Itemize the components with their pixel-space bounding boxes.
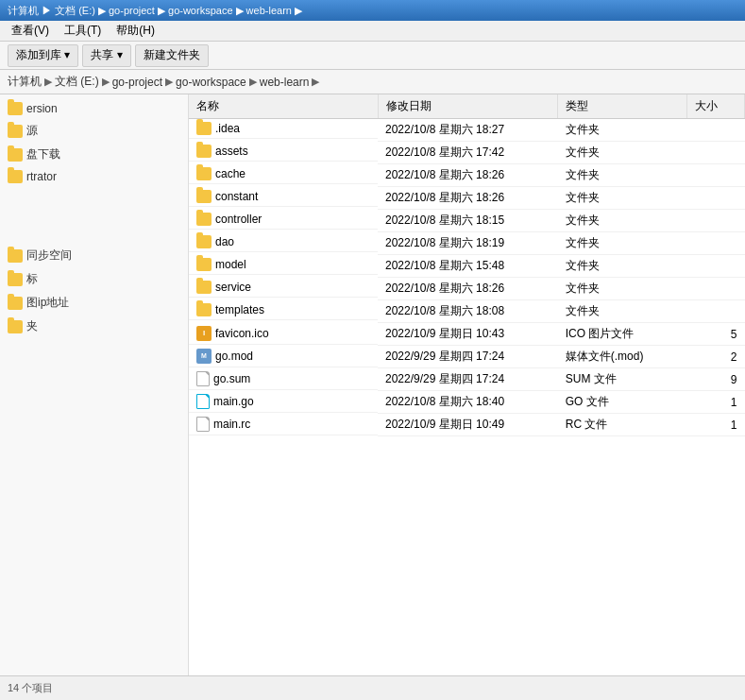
sidebar-item-source[interactable]: 源 bbox=[0, 119, 188, 143]
sidebar-item-folder[interactable]: 夹 bbox=[0, 315, 188, 338]
table-row[interactable]: model2022/10/8 星期六 15:48文件夹 bbox=[189, 255, 745, 278]
folder-icon bbox=[8, 249, 23, 263]
file-type: 文件夹 bbox=[558, 278, 687, 300]
folder-icon bbox=[196, 145, 212, 158]
title-bar: 计算机 ▶ 文档 (E:) ▶ go-project ▶ go-workspac… bbox=[0, 0, 745, 21]
column-header-modified[interactable]: 修改日期 bbox=[378, 94, 558, 119]
table-row[interactable]: go.sum2022/9/29 星期四 17:24SUM 文件9 bbox=[189, 368, 745, 391]
file-type: 文件夹 bbox=[558, 210, 687, 232]
address-bar: 计算机 ▶ 文档 (E:) ▶ go-project ▶ go-workspac… bbox=[0, 70, 745, 94]
folder-icon bbox=[8, 125, 23, 138]
breadcrumb-sep-1: ▶ bbox=[44, 76, 52, 88]
file-type: GO 文件 bbox=[558, 391, 687, 414]
new-folder-button[interactable]: 新建文件夹 bbox=[135, 44, 209, 67]
file-size bbox=[687, 255, 745, 278]
file-type: ICO 图片文件 bbox=[558, 323, 687, 346]
breadcrumb-sep-5: ▶ bbox=[312, 76, 319, 88]
file-modified: 2022/10/9 星期日 10:43 bbox=[378, 323, 558, 346]
sidebar-label-version: ersion bbox=[26, 102, 58, 115]
file-modified: 2022/10/8 星期六 17:42 bbox=[378, 142, 558, 164]
file-type: 文件夹 bbox=[558, 187, 687, 210]
menu-item-view[interactable]: 查看(V) bbox=[4, 21, 57, 41]
sidebar-label-rtrator: rtrator bbox=[26, 170, 57, 183]
breadcrumb-project[interactable]: go-project bbox=[112, 76, 162, 89]
sidebar-item-mark[interactable]: 标 bbox=[0, 267, 188, 291]
file-name: assets bbox=[215, 145, 248, 158]
file-name: controller bbox=[215, 213, 262, 226]
sidebar-item-download[interactable]: 盘下载 bbox=[0, 143, 188, 166]
file-size: 2 bbox=[687, 346, 745, 368]
file-size bbox=[687, 164, 745, 187]
file-name: main.go bbox=[213, 395, 254, 408]
file-size: 1 bbox=[687, 414, 745, 436]
folder-icon bbox=[196, 190, 212, 203]
breadcrumb: 计算机 ▶ 文档 (E:) ▶ go-project ▶ go-workspac… bbox=[8, 74, 737, 90]
file-icon bbox=[196, 417, 210, 432]
column-header-size[interactable]: 大小 bbox=[687, 94, 745, 119]
file-modified: 2022/10/8 星期六 18:26 bbox=[378, 187, 558, 210]
menu-item-tools[interactable]: 工具(T) bbox=[57, 21, 109, 41]
table-row[interactable]: main.rc2022/10/9 星期日 10:49RC 文件1 bbox=[189, 414, 745, 436]
menu-bar: 查看(V) 工具(T) 帮助(H) bbox=[0, 21, 745, 42]
sidebar-label-download: 盘下载 bbox=[26, 146, 60, 162]
file-modified: 2022/10/8 星期六 18:15 bbox=[378, 210, 558, 232]
file-name: main.rc bbox=[213, 418, 250, 431]
sidebar-item-version[interactable]: ersion bbox=[0, 98, 188, 119]
table-row[interactable]: Mgo.mod2022/9/29 星期四 17:24媒体文件(.mod)2 bbox=[189, 346, 745, 368]
file-size bbox=[687, 232, 745, 255]
file-type: SUM 文件 bbox=[558, 368, 687, 391]
file-type: 媒体文件(.mod) bbox=[558, 346, 687, 368]
file-modified: 2022/10/8 星期六 15:48 bbox=[378, 255, 558, 278]
sidebar-label-sync: 同步空间 bbox=[26, 248, 72, 264]
status-text: 14 个项目 bbox=[8, 681, 53, 695]
file-name: model bbox=[215, 258, 246, 271]
table-row[interactable]: constant2022/10/8 星期六 18:26文件夹 bbox=[189, 187, 745, 210]
share-button[interactable]: 共享 ▾ bbox=[82, 44, 130, 67]
file-type: 文件夹 bbox=[558, 300, 687, 323]
table-row[interactable]: controller2022/10/8 星期六 18:15文件夹 bbox=[189, 210, 745, 232]
folder-icon bbox=[196, 235, 212, 248]
file-name: favicon.ico bbox=[215, 327, 269, 340]
table-row[interactable]: assets2022/10/8 星期六 17:42文件夹 bbox=[189, 142, 745, 164]
file-type: RC 文件 bbox=[558, 414, 687, 436]
table-row[interactable]: service2022/10/8 星期六 18:26文件夹 bbox=[189, 278, 745, 300]
sidebar-item-ip[interactable]: 图ip地址 bbox=[0, 291, 188, 315]
file-name: cache bbox=[215, 167, 246, 180]
column-header-type[interactable]: 类型 bbox=[558, 94, 687, 119]
file-size: 9 bbox=[687, 368, 745, 391]
sidebar: ersion 源 盘下载 rtrator 同步空间 标 bbox=[0, 94, 189, 675]
folder-icon bbox=[8, 273, 23, 286]
folder-icon bbox=[8, 148, 23, 162]
table-row[interactable]: Ifavicon.ico2022/10/9 星期日 10:43ICO 图片文件5 bbox=[189, 323, 745, 346]
breadcrumb-weblearn[interactable]: web-learn bbox=[260, 76, 310, 89]
go-file-icon bbox=[196, 394, 210, 409]
file-size bbox=[687, 278, 745, 300]
file-modified: 2022/10/8 星期六 18:08 bbox=[378, 300, 558, 323]
breadcrumb-sep-3: ▶ bbox=[165, 76, 173, 88]
table-row[interactable]: dao2022/10/8 星期六 18:19文件夹 bbox=[189, 232, 745, 255]
table-row[interactable]: main.go2022/10/8 星期六 18:40GO 文件1 bbox=[189, 391, 745, 414]
table-row[interactable]: .idea2022/10/8 星期六 18:27文件夹 bbox=[189, 119, 745, 142]
table-row[interactable]: cache2022/10/8 星期六 18:26文件夹 bbox=[189, 164, 745, 187]
file-type: 文件夹 bbox=[558, 232, 687, 255]
column-header-name[interactable]: 名称 bbox=[189, 94, 378, 119]
sidebar-label-mark: 标 bbox=[26, 271, 38, 287]
status-bar: 14 个项目 bbox=[0, 675, 745, 700]
add-to-library-button[interactable]: 添加到库 ▾ bbox=[8, 44, 78, 67]
table-row[interactable]: templates2022/10/8 星期六 18:08文件夹 bbox=[189, 300, 745, 323]
folder-icon bbox=[196, 213, 212, 226]
breadcrumb-workspace[interactable]: go-workspace bbox=[176, 76, 246, 89]
breadcrumb-drive[interactable]: 文档 (E:) bbox=[55, 74, 99, 90]
file-modified: 2022/10/8 星期六 18:26 bbox=[378, 164, 558, 187]
sidebar-item-rtrator[interactable]: rtrator bbox=[0, 166, 188, 187]
breadcrumb-computer[interactable]: 计算机 bbox=[8, 74, 42, 90]
file-name: go.mod bbox=[215, 350, 253, 363]
file-modified: 2022/10/8 星期六 18:26 bbox=[378, 278, 558, 300]
file-modified: 2022/10/8 星期六 18:27 bbox=[378, 119, 558, 142]
mod-icon: M bbox=[196, 349, 212, 364]
file-name: templates bbox=[215, 303, 264, 316]
file-size: 1 bbox=[687, 391, 745, 414]
sidebar-item-sync[interactable]: 同步空间 bbox=[0, 244, 188, 267]
menu-item-help[interactable]: 帮助(H) bbox=[109, 21, 162, 41]
file-name: constant bbox=[215, 190, 258, 203]
